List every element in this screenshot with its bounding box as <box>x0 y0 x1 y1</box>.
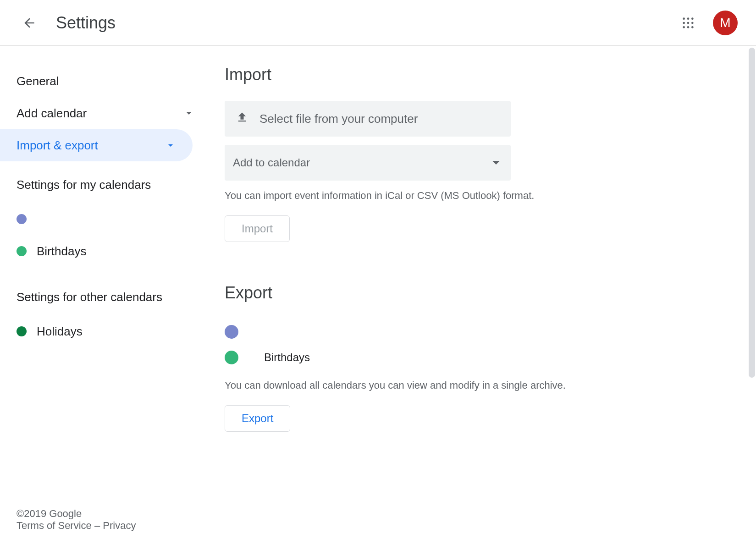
export-helper: You can download all calendars you can v… <box>225 380 728 391</box>
chevron-down-icon <box>183 108 194 119</box>
privacy-link[interactable]: Privacy <box>103 520 136 531</box>
calendar-label: Holidays <box>37 324 83 339</box>
nav-label: Import & export <box>17 138 98 153</box>
select-file-button[interactable]: Select file from your computer <box>225 101 511 137</box>
svg-point-4 <box>687 22 690 24</box>
svg-point-2 <box>691 17 694 20</box>
svg-point-1 <box>687 17 690 20</box>
calendar-label: Birthdays <box>37 244 86 258</box>
calendar-color-dot <box>17 246 27 256</box>
export-title: Export <box>225 283 728 302</box>
my-calendars-title: Settings for my calendars <box>0 178 211 192</box>
terms-link[interactable]: Terms of Service <box>17 520 92 531</box>
svg-point-0 <box>683 17 685 20</box>
sidebar: General Add calendar Import & export Set… <box>0 46 211 550</box>
import-helper: You can import event information in iCal… <box>225 190 728 202</box>
svg-point-5 <box>691 22 694 24</box>
calendar-item-holidays[interactable]: Holidays <box>0 315 211 347</box>
other-calendars-title: Settings for other calendars <box>0 290 211 304</box>
dropdown-icon <box>492 161 500 165</box>
avatar[interactable]: M <box>713 11 738 35</box>
select-label: Add to calendar <box>233 156 310 169</box>
calendar-color-dot <box>17 326 27 336</box>
calendar-color-dot <box>17 214 27 224</box>
nav-add-calendar[interactable]: Add calendar <box>0 97 211 129</box>
chevron-down-icon <box>165 140 176 151</box>
nav-label: General <box>17 74 59 88</box>
main: Import Select file from your computer Ad… <box>211 46 756 550</box>
body: General Add calendar Import & export Set… <box>0 46 756 550</box>
svg-point-8 <box>691 26 694 28</box>
page-title: Settings <box>56 13 116 33</box>
upload-icon <box>236 111 259 127</box>
copyright: ©2019 Google <box>17 508 136 520</box>
calendar-color-dot <box>225 351 238 364</box>
svg-point-7 <box>687 26 690 28</box>
add-to-calendar-select[interactable]: Add to calendar <box>225 145 511 181</box>
calendar-label: Birthdays <box>264 351 310 364</box>
import-button[interactable]: Import <box>225 215 290 242</box>
export-calendar-row-birthdays: Birthdays <box>225 345 728 370</box>
import-title: Import <box>225 65 728 84</box>
calendar-item-birthdays[interactable]: Birthdays <box>0 235 211 267</box>
select-file-label: Select file from your computer <box>259 112 418 126</box>
export-calendar-row <box>225 319 728 345</box>
back-button[interactable] <box>18 12 40 34</box>
footer: ©2019 Google Terms of Service – Privacy <box>17 508 136 532</box>
calendar-color-dot <box>225 325 238 339</box>
svg-point-3 <box>683 22 685 24</box>
export-button[interactable]: Export <box>225 405 290 432</box>
header: Settings M <box>0 0 756 46</box>
calendar-item[interactable] <box>0 203 211 235</box>
nav-general[interactable]: General <box>0 65 211 97</box>
svg-point-6 <box>683 26 685 28</box>
apps-icon[interactable] <box>677 12 699 34</box>
nav-label: Add calendar <box>17 106 87 121</box>
scrollbar[interactable] <box>749 48 755 378</box>
nav-import-export[interactable]: Import & export <box>0 129 193 161</box>
